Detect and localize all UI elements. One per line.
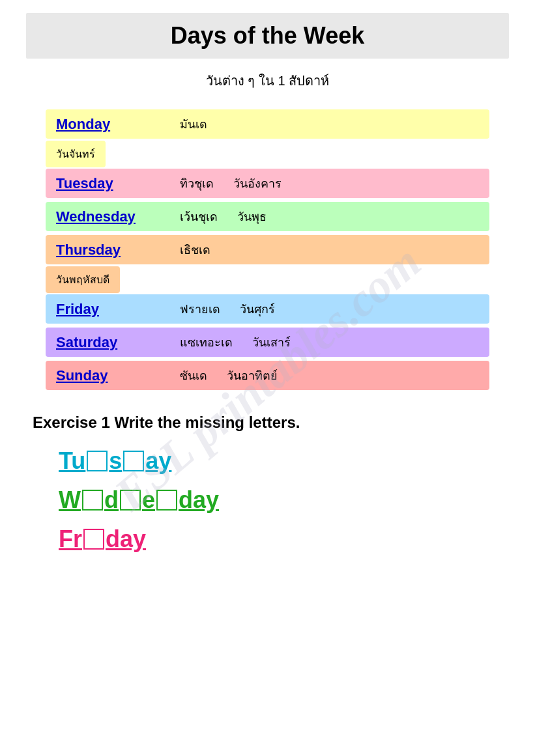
sunday-bar: Sunday ซันเด วันอาทิตย์ — [46, 361, 489, 390]
sunday-group: Sunday ซันเด วันอาทิตย์ — [46, 361, 489, 390]
tuesday-exercise: Tu s ay — [59, 447, 509, 475]
page-title: Days of the Week — [39, 22, 496, 49]
letter-Tu: Tu — [59, 447, 85, 475]
box-1-friday[interactable] — [83, 529, 104, 550]
monday-thai-sub: วันจันทร์ — [46, 141, 106, 167]
box-1-wednesday[interactable] — [82, 490, 103, 511]
box-2-wednesday[interactable] — [120, 490, 141, 511]
friday-bar: Friday ฟรายเด วันศุกร์ — [46, 294, 489, 324]
monday-name: Monday — [56, 116, 154, 133]
letter-d: d — [104, 486, 119, 514]
letter-s: s — [109, 447, 122, 475]
friday-thai: วันศุกร์ — [240, 300, 275, 318]
saturday-name: Saturday — [56, 334, 154, 351]
title-bar: Days of the Week — [26, 13, 509, 59]
thursday-group: Thursday เธิชเด วันพฤหัสบดี — [46, 235, 489, 293]
thursday-thai-sub: วันพฤหัสบดี — [46, 266, 120, 293]
letter-Fr: Fr — [59, 525, 82, 553]
letter-ay1: ay — [145, 447, 171, 475]
monday-bar: Monday มันเด — [46, 109, 489, 139]
wednesday-bar: Wednesday เว้นชุเด วันพุธ — [46, 202, 489, 231]
tuesday-bar: Tuesday ทิวชุเด วันอังคาร — [46, 169, 489, 198]
friday-phonetic: ฟรายเด — [180, 300, 220, 318]
box-3-wednesday[interactable] — [156, 490, 177, 511]
thursday-phonetic: เธิชเด — [180, 240, 210, 259]
wednesday-name: Wednesday — [56, 208, 154, 225]
saturday-phonetic: แซเทอะเด — [180, 333, 233, 352]
monday-phonetic: มันเด — [180, 115, 207, 133]
word-exercise: Tu s ay W d e day Fr day — [26, 447, 509, 553]
sunday-phonetic: ซันเด — [180, 366, 207, 385]
thursday-bar: Thursday เธิชเด — [46, 235, 489, 264]
saturday-bar: Saturday แซเทอะเด วันเสาร์ — [46, 328, 489, 357]
wednesday-thai: วันพุธ — [237, 207, 267, 226]
friday-exercise: Fr day — [59, 525, 509, 553]
wednesday-exercise: W d e day — [59, 486, 509, 514]
tuesday-phonetic: ทิวชุเด — [180, 174, 214, 193]
saturday-thai: วันเสาร์ — [252, 333, 291, 352]
subtitle: วันต่าง ๆ ใน 1 สัปดาห์ — [26, 70, 509, 91]
sunday-thai: วันอาทิตย์ — [227, 366, 278, 385]
tuesday-name: Tuesday — [56, 175, 154, 192]
letter-day-w: day — [179, 486, 219, 514]
exercise-title: Exercise 1 Write the missing letters. — [26, 413, 509, 432]
friday-group: Friday ฟรายเด วันศุกร์ — [46, 294, 489, 324]
letter-W: W — [59, 486, 81, 514]
box-2-tuesday[interactable] — [123, 451, 144, 471]
days-container: Monday มันเด วันจันทร์ Tuesday ทิวชุเด ว… — [26, 109, 509, 394]
letter-e: e — [142, 486, 155, 514]
letter-day-f: day — [106, 525, 146, 553]
saturday-group: Saturday แซเทอะเด วันเสาร์ — [46, 328, 489, 357]
thursday-name: Thursday — [56, 242, 154, 259]
monday-group: Monday มันเด วันจันทร์ — [46, 109, 489, 167]
friday-name: Friday — [56, 301, 154, 318]
box-1-tuesday[interactable] — [87, 451, 108, 471]
wednesday-phonetic: เว้นชุเด — [180, 207, 218, 226]
wednesday-group: Wednesday เว้นชุเด วันพุธ — [46, 202, 489, 231]
sunday-name: Sunday — [56, 367, 154, 384]
tuesday-group: Tuesday ทิวชุเด วันอังคาร — [46, 169, 489, 198]
tuesday-thai: วันอังคาร — [233, 174, 282, 193]
